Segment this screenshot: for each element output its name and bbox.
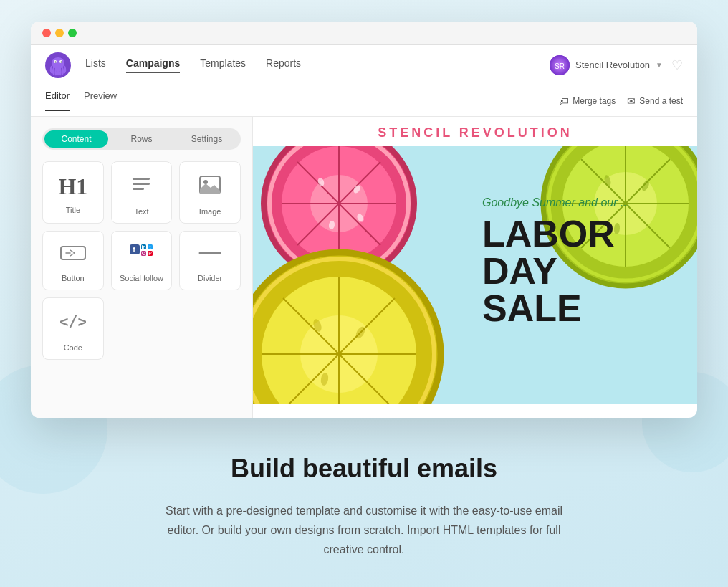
email-preview: STENCIL REVOLUTION	[253, 117, 697, 418]
button-icon	[60, 243, 86, 268]
email-header: STENCIL REVOLUTION	[253, 117, 697, 146]
sale-title: LABOR DAY SALE	[482, 215, 683, 327]
user-avatar: SR	[550, 55, 570, 75]
send-test-button[interactable]: ✉ Send a test	[627, 95, 683, 107]
tab-editor[interactable]: Editor	[45, 90, 70, 111]
content-item-code[interactable]: </> Code	[42, 297, 104, 360]
code-icon: </>	[60, 310, 86, 338]
sale-line3: SALE	[482, 290, 683, 327]
content-item-image[interactable]: Image	[179, 161, 241, 224]
editor-actions: 🏷 Merge tags ✉ Send a test	[559, 95, 683, 107]
nav-campaigns[interactable]: Campaigns	[126, 57, 180, 73]
left-panel: Content Rows Settings H1 Title	[31, 117, 253, 418]
svg-text:P: P	[149, 251, 153, 256]
browser-window: Lists Campaigns Templates Reports	[31, 22, 697, 418]
divider-icon	[197, 243, 223, 268]
minimize-button[interactable]	[55, 29, 64, 37]
heart-icon[interactable]: ♡	[671, 57, 683, 73]
panel-tabs: Content Rows Settings	[42, 128, 241, 150]
image-icon	[198, 173, 221, 201]
user-name: Stencil Revolution	[575, 59, 650, 70]
send-test-label: Send a test	[639, 96, 683, 106]
title-icon: H1	[58, 173, 87, 200]
title-label: Title	[66, 206, 80, 214]
button-label: Button	[62, 274, 85, 282]
text-icon	[130, 173, 153, 201]
svg-point-1	[52, 57, 64, 69]
tab-preview[interactable]: Preview	[84, 90, 117, 111]
nav-templates[interactable]: Templates	[200, 57, 246, 73]
tag-icon: 🏷	[559, 95, 569, 107]
logo[interactable]	[45, 52, 71, 78]
nav-lists[interactable]: Lists	[85, 57, 106, 73]
svg-point-4	[55, 61, 57, 62]
tab-rows[interactable]: Rows	[110, 130, 173, 148]
title-bar	[31, 22, 697, 45]
tab-content[interactable]: Content	[44, 130, 108, 148]
close-button[interactable]	[42, 29, 51, 37]
sale-line2: DAY	[482, 252, 683, 290]
code-label: Code	[64, 343, 82, 352]
nav-reports[interactable]: Reports	[266, 57, 301, 73]
editor-tabs: Editor Preview	[45, 90, 117, 111]
merge-tags-button[interactable]: 🏷 Merge tags	[559, 95, 616, 107]
maximize-button[interactable]	[68, 29, 77, 37]
nav-bar: Lists Campaigns Templates Reports	[31, 45, 697, 85]
main-description: Start with a pre-designed template and c…	[156, 501, 572, 560]
svg-rect-8	[133, 178, 150, 180]
citrus-yellow	[253, 247, 446, 404]
content-item-divider[interactable]: Divider	[179, 231, 241, 290]
editor-toolbar: Editor Preview 🏷 Merge tags ✉ Send a tes…	[31, 85, 697, 117]
divider-label: Divider	[198, 274, 222, 282]
content-item-title[interactable]: H1 Title	[42, 161, 104, 224]
right-panel: STENCIL REVOLUTION	[253, 117, 697, 418]
sale-text-area: Goodbye Summer and our ... LABOR DAY SAL…	[468, 182, 697, 341]
content-item-text[interactable]: Text	[111, 161, 173, 224]
chevron-down-icon: ▼	[656, 61, 663, 69]
email-icon: ✉	[627, 95, 636, 107]
svg-text:</>: </>	[60, 312, 86, 330]
image-label: Image	[199, 207, 221, 216]
content-item-social[interactable]: f in t P	[111, 231, 173, 290]
traffic-lights	[42, 29, 77, 37]
svg-text:f: f	[133, 245, 136, 254]
svg-text:in: in	[142, 244, 146, 249]
nav-right: SR Stencil Revolution ▼ ♡	[550, 55, 683, 75]
main-heading: Build beautiful emails	[156, 454, 572, 484]
sale-line1: LABOR	[482, 215, 683, 252]
svg-rect-13	[61, 247, 85, 259]
user-badge[interactable]: SR Stencil Revolution ▼	[550, 55, 663, 75]
merge-tags-label: Merge tags	[573, 96, 616, 106]
goodbye-text: Goodbye Summer and our ...	[482, 196, 683, 209]
tab-settings[interactable]: Settings	[175, 130, 239, 148]
svg-rect-9	[133, 183, 150, 185]
editor-body: Content Rows Settings H1 Title	[31, 117, 697, 418]
svg-rect-10	[133, 188, 144, 190]
svg-text:SR: SR	[555, 62, 565, 70]
svg-text:t: t	[150, 244, 151, 249]
svg-point-5	[61, 61, 62, 62]
email-brand: STENCIL REVOLUTION	[253, 125, 697, 140]
text-label: Text	[134, 207, 148, 216]
below-section: Build beautiful emails Start with a pre-…	[128, 418, 600, 587]
citrus-sale-area: Goodbye Summer and our ... LABOR DAY SAL…	[253, 146, 697, 404]
content-item-button[interactable]: Button	[42, 231, 104, 290]
social-icon: f in t P	[128, 243, 154, 268]
social-label: Social follow	[120, 274, 163, 282]
content-grid: H1 Title Text	[42, 161, 241, 360]
nav-links: Lists Campaigns Templates Reports	[85, 57, 550, 73]
